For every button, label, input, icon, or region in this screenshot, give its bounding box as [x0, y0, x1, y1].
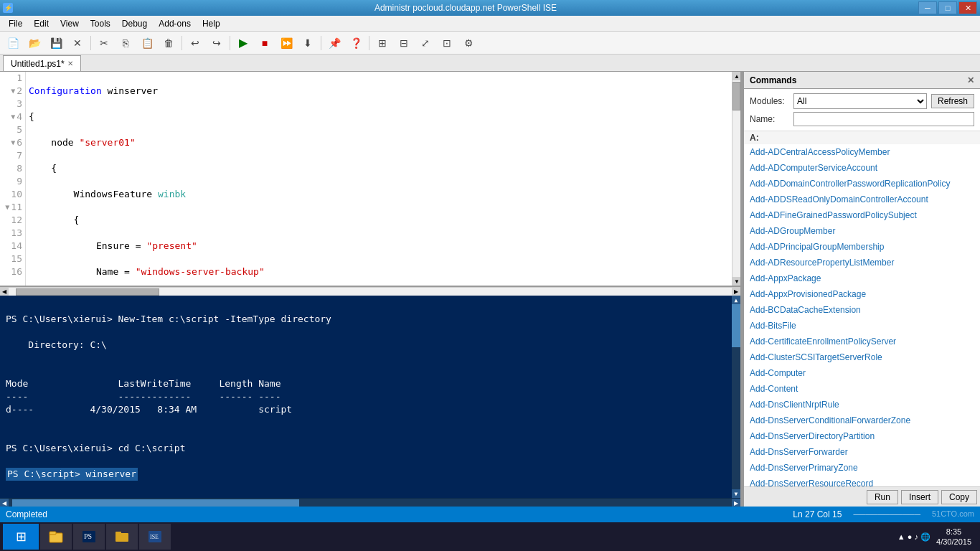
tab-bar: Untitled1.ps1* ✕: [0, 55, 980, 72]
h-scroll-left[interactable]: ◀: [0, 288, 9, 296]
cmd-add-dnsserverdirectorypartition[interactable]: Add-DnsServerDirectoryPartition: [744, 428, 980, 444]
scroll-thumb[interactable]: [732, 82, 740, 110]
taskbar-date: 4/30/2015: [936, 537, 971, 547]
cmd-add-dnsserverconditional[interactable]: Add-DnsServerConditionalForwarderZone: [744, 413, 980, 428]
t-scroll-up[interactable]: ▲: [732, 296, 740, 304]
menu-edit[interactable]: Edit: [28, 17, 55, 30]
collapse-4[interactable]: ▼: [11, 110, 15, 123]
cmd-add-dnsserverprimaryzone[interactable]: Add-DnsServerPrimaryZone: [744, 460, 980, 476]
terminal-scrollbar[interactable]: ▲ ▼: [732, 296, 740, 498]
cmd-add-dnsserverresourcerecord[interactable]: Add-DnsServerResourceRecord: [744, 476, 980, 486]
debug-button[interactable]: ⏩: [276, 34, 296, 52]
menu-addons[interactable]: Add-ons: [153, 17, 197, 30]
toolbar-sep-4: [321, 36, 321, 50]
help-tb-button[interactable]: ❓: [346, 34, 366, 52]
stop-button[interactable]: ■: [255, 34, 275, 52]
cmd-add-addomaincontrollerpassword[interactable]: Add-ADDomainControllerPasswordReplicatio…: [744, 176, 980, 192]
terminal-h-scrollbar[interactable]: ◀ ▶: [0, 498, 740, 507]
scroll-up[interactable]: ▲: [732, 72, 740, 80]
cmd-add-clusterscsi[interactable]: Add-ClusterSCSITargetServerRole: [744, 349, 980, 365]
h-scroll-right[interactable]: ▶: [732, 288, 740, 296]
split-view[interactable]: ⊟: [394, 34, 414, 52]
taskbar-powershell-icon[interactable]: PS: [73, 524, 105, 550]
insert-cmd-button[interactable]: Insert: [901, 490, 938, 504]
close-file-button[interactable]: ✕: [67, 34, 88, 52]
cmd-add-adcentralaccesspolicymember[interactable]: Add-ADCentralAccessPolicyMember: [744, 144, 980, 160]
commands-title: Commands: [750, 75, 796, 85]
redo-button[interactable]: ↪: [207, 34, 227, 52]
collapse-11[interactable]: ▼: [5, 201, 9, 214]
cmd-add-adcomputerserviceaccount[interactable]: Add-ADComputerServiceAccount: [744, 160, 980, 176]
run-button[interactable]: ▶: [233, 34, 253, 52]
cmd-add-bcdatacacheextension[interactable]: Add-BCDataCacheExtension: [744, 302, 980, 318]
cmd-add-content[interactable]: Add-Content: [744, 381, 980, 397]
th-scroll-thumb[interactable]: [12, 499, 299, 507]
snippet-button[interactable]: 📌: [324, 34, 344, 52]
cut-button[interactable]: ✂: [94, 34, 114, 52]
maximize-button[interactable]: □: [938, 1, 957, 14]
menu-help[interactable]: Help: [197, 17, 226, 30]
run-cmd-button[interactable]: Run: [867, 490, 898, 504]
cmd-add-bitsfile[interactable]: Add-BitsFile: [744, 318, 980, 334]
paste-button[interactable]: 📋: [137, 34, 157, 52]
addons-tb[interactable]: ⚙: [458, 34, 479, 52]
full-view[interactable]: ⤢: [415, 34, 435, 52]
code-editor[interactable]: 1 ▼2 3 ▼4 5 ▼6 7 8 9 10: [0, 72, 740, 287]
collapse-2[interactable]: ▼: [11, 85, 15, 98]
editor-scrollbar[interactable]: ▲ ▼: [732, 72, 740, 286]
tab-close-icon[interactable]: ✕: [67, 60, 73, 67]
taskbar: ⊞ PS ISE ▲ ● ♪ 🌐 8:35 4/30/2015: [0, 522, 980, 551]
name-filter-input[interactable]: [793, 112, 974, 126]
menu-debug[interactable]: Debug: [116, 17, 153, 30]
menu-view[interactable]: View: [55, 17, 85, 30]
copy-cmd-button[interactable]: Copy: [941, 490, 977, 504]
close-button[interactable]: ✕: [958, 1, 977, 14]
menu-file[interactable]: File: [3, 17, 28, 30]
minimize-button[interactable]: ─: [918, 1, 937, 14]
cursor-position: Ln 27 Col 15: [793, 509, 842, 519]
taskbar-file-explorer-icon[interactable]: [40, 524, 72, 550]
cmd-add-certificateenrollment[interactable]: Add-CertificateEnrollmentPolicyServer: [744, 334, 980, 349]
taskbar-folder-icon[interactable]: [106, 524, 138, 550]
undo-button[interactable]: ↩: [185, 34, 205, 52]
line-numbers: 1 ▼2 3 ▼4 5 ▼6 7 8 9 10: [0, 72, 26, 286]
copy-tb-button[interactable]: ⎘: [116, 34, 136, 52]
save-button[interactable]: 💾: [46, 34, 66, 52]
refresh-button[interactable]: Refresh: [931, 94, 974, 108]
start-button[interactable]: ⊞: [3, 524, 39, 550]
t-scroll-thumb[interactable]: [732, 304, 740, 347]
code-content[interactable]: Configuration winserver { node "server01…: [26, 72, 732, 286]
cmd-add-adfinegrained[interactable]: Add-ADFineGrainedPasswordPolicySubject: [744, 207, 980, 223]
cmd-add-computer[interactable]: Add-Computer: [744, 365, 980, 381]
new-button[interactable]: 📄: [3, 34, 23, 52]
menu-tools[interactable]: Tools: [85, 17, 116, 30]
cmd-add-addsreadonlydomaincontroller[interactable]: Add-ADDSReadOnlyDomainControllerAccount: [744, 192, 980, 207]
cmd-add-adgroupmember[interactable]: Add-ADGroupMember: [744, 223, 980, 239]
console-view[interactable]: ⊡: [437, 34, 457, 52]
cmd-add-appxprovisionedpackage[interactable]: Add-AppxProvisionedPackage: [744, 286, 980, 302]
commands-close-icon[interactable]: ✕: [967, 75, 974, 85]
step-into[interactable]: ⬇: [298, 34, 318, 52]
terminal-pane[interactable]: PS C:\Users\xierui> New-Item c:\script -…: [0, 296, 740, 498]
th-scroll-right[interactable]: ▶: [732, 499, 740, 507]
view-button[interactable]: ⊞: [372, 34, 392, 52]
taskbar-ise-icon[interactable]: ISE: [139, 524, 171, 550]
clear-button[interactable]: 🗑: [159, 34, 179, 52]
cmd-add-dnsclientnrptrule[interactable]: Add-DnsClientNrptRule: [744, 397, 980, 413]
scroll-down[interactable]: ▼: [732, 277, 740, 286]
tab-untitled1[interactable]: Untitled1.ps1* ✕: [3, 55, 81, 71]
modules-select[interactable]: All: [793, 93, 927, 109]
title-bar: ⚡ Administr pocloud.cloudapp.net PowerSh…: [0, 0, 980, 16]
cmd-add-adresourceproperty[interactable]: Add-ADResourcePropertyListMember: [744, 255, 980, 270]
th-scroll-left[interactable]: ◀: [0, 499, 9, 507]
collapse-6[interactable]: ▼: [11, 136, 15, 149]
cmd-add-dnsserverforwarder[interactable]: Add-DnsServerForwarder: [744, 444, 980, 460]
t-scroll-down[interactable]: ▼: [732, 489, 740, 498]
editor-h-scrollbar[interactable]: ◀ ▶: [0, 287, 740, 296]
svg-text:PS: PS: [84, 532, 92, 540]
cmd-add-adprincipalgroup[interactable]: Add-ADPrincipalGroupMembership: [744, 239, 980, 255]
cmd-add-appxpackage[interactable]: Add-AppxPackage: [744, 270, 980, 286]
h-scroll-thumb[interactable]: [16, 288, 159, 296]
taskbar-clock: 8:35 4/30/2015: [936, 527, 971, 547]
open-button[interactable]: 📂: [24, 34, 44, 52]
